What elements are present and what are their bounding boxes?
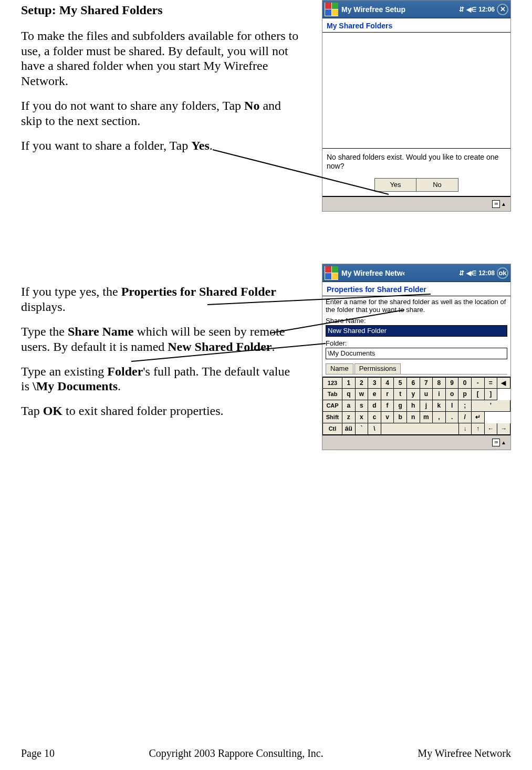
text: If you type yes, the bbox=[21, 285, 121, 298]
no-label: No bbox=[244, 99, 259, 112]
key[interactable]: j bbox=[420, 400, 433, 412]
key[interactable]: 7 bbox=[420, 377, 433, 389]
yes-share-para: If you want to share a folder, Tap Yes. bbox=[21, 138, 299, 153]
folder-path-para: Type an existing Folder's full path. The… bbox=[21, 364, 299, 394]
key[interactable]: u bbox=[420, 389, 433, 400]
up-arrow-icon[interactable]: ▲ bbox=[501, 440, 506, 445]
key[interactable]: z bbox=[342, 412, 356, 423]
key[interactable]: CAP bbox=[322, 400, 342, 412]
key[interactable]: e bbox=[368, 389, 381, 400]
key[interactable]: f bbox=[381, 400, 394, 412]
text: . bbox=[118, 379, 121, 393]
key[interactable]: [ bbox=[472, 389, 485, 400]
key[interactable]: h bbox=[407, 400, 420, 412]
key[interactable]: ↵ bbox=[472, 412, 485, 423]
key[interactable]: ` bbox=[356, 423, 369, 435]
key[interactable]: ] bbox=[485, 389, 498, 400]
key[interactable]: a bbox=[342, 400, 356, 412]
page-heading: Setup: My Shared Folders bbox=[21, 3, 299, 18]
key[interactable]: , bbox=[433, 412, 446, 423]
key[interactable]: 9 bbox=[446, 377, 459, 389]
key[interactable]: . bbox=[446, 412, 459, 423]
text: . bbox=[210, 139, 213, 152]
key[interactable]: y bbox=[407, 389, 420, 400]
key[interactable]: áü bbox=[342, 423, 356, 435]
key[interactable]: ◀ bbox=[497, 377, 510, 389]
key[interactable]: Ctl bbox=[322, 423, 342, 435]
no-button[interactable]: No bbox=[416, 178, 458, 192]
text: Type an existing bbox=[21, 365, 107, 378]
key[interactable]: ; bbox=[458, 400, 472, 412]
title-bar: My Wirefree Netw‹ ⇵ ◀∈ 12:08 ok bbox=[322, 264, 510, 282]
screenshot-properties: My Wirefree Netw‹ ⇵ ◀∈ 12:08 ok Properti… bbox=[322, 264, 511, 450]
key[interactable]: Tab bbox=[322, 389, 342, 400]
key[interactable]: q bbox=[342, 389, 356, 400]
intro-para: To make the files and subfolders availab… bbox=[21, 28, 299, 89]
key[interactable]: 8 bbox=[433, 377, 446, 389]
key[interactable]: v bbox=[381, 412, 394, 423]
ok-button[interactable]: ok bbox=[497, 267, 508, 279]
key[interactable]: g bbox=[394, 400, 407, 412]
key[interactable]: 6 bbox=[407, 377, 420, 389]
close-button[interactable]: ✕ bbox=[497, 4, 508, 15]
yes-button[interactable]: Yes bbox=[374, 178, 416, 192]
key[interactable]: Shift bbox=[322, 412, 342, 423]
key[interactable]: 2 bbox=[356, 377, 369, 389]
text: displays. bbox=[21, 300, 66, 314]
key[interactable]: 5 bbox=[394, 377, 407, 389]
key[interactable]: ↑ bbox=[472, 423, 485, 435]
key[interactable]: 4 bbox=[381, 377, 394, 389]
up-arrow-icon[interactable]: ▲ bbox=[501, 201, 506, 207]
key[interactable]: 0 bbox=[458, 377, 472, 389]
tab-name[interactable]: Name bbox=[326, 363, 353, 374]
ok-label: OK bbox=[43, 404, 62, 418]
key[interactable]: ← bbox=[485, 423, 498, 435]
key[interactable]: b bbox=[394, 412, 407, 423]
key[interactable]: s bbox=[356, 400, 369, 412]
text: If you want to share a folder, Tap bbox=[21, 139, 191, 152]
key[interactable]: w bbox=[356, 389, 369, 400]
sip-bar: ⌨▲ bbox=[322, 196, 510, 211]
footer-copyright: Copyright 2003 Rappore Consulting, Inc. bbox=[149, 747, 324, 759]
share-name-input[interactable] bbox=[326, 325, 507, 337]
keyboard-icon[interactable]: ⌨ bbox=[492, 200, 500, 208]
key[interactable]: l bbox=[446, 400, 459, 412]
default-share-name: New Shared Folder bbox=[168, 340, 272, 353]
properties-label: Properties for Shared Folder bbox=[121, 285, 276, 298]
key[interactable]: / bbox=[458, 412, 472, 423]
key[interactable]: → bbox=[497, 423, 510, 435]
key[interactable]: x bbox=[356, 412, 369, 423]
text: . bbox=[272, 340, 275, 353]
key[interactable]: c bbox=[368, 412, 381, 423]
key[interactable]: r bbox=[381, 389, 394, 400]
connectivity-icon: ⇵ bbox=[459, 6, 464, 13]
instruction-text: Enter a name for the shared folder as we… bbox=[326, 298, 507, 314]
key[interactable]: i bbox=[433, 389, 446, 400]
key[interactable]: n bbox=[407, 412, 420, 423]
onscreen-keyboard[interactable]: 1231234567890-=◀ Tabqwertyuiop[] CAPasdf… bbox=[322, 377, 510, 435]
key[interactable]: d bbox=[368, 400, 381, 412]
key[interactable]: ' bbox=[472, 400, 510, 412]
key[interactable]: 123 bbox=[322, 377, 342, 389]
key[interactable]: k bbox=[433, 400, 446, 412]
key[interactable]: o bbox=[446, 389, 459, 400]
folder-input[interactable] bbox=[326, 348, 507, 359]
footer-page: Page 10 bbox=[21, 747, 55, 759]
clock: 12:06 bbox=[478, 6, 495, 13]
key[interactable]: m bbox=[420, 412, 433, 423]
key[interactable]: p bbox=[458, 389, 472, 400]
key[interactable]: t bbox=[394, 389, 407, 400]
yes-label: Yes bbox=[191, 139, 210, 152]
key[interactable] bbox=[381, 423, 459, 435]
key[interactable]: - bbox=[472, 377, 485, 389]
keyboard-icon[interactable]: ⌨ bbox=[492, 439, 500, 446]
key[interactable]: 3 bbox=[368, 377, 381, 389]
tab-permissions[interactable]: Permissions bbox=[354, 363, 401, 374]
speaker-icon: ◀∈ bbox=[466, 6, 476, 13]
page-footer: Page 10 Copyright 2003 Rappore Consultin… bbox=[0, 747, 532, 759]
key[interactable]: = bbox=[485, 377, 498, 389]
key[interactable]: 1 bbox=[342, 377, 356, 389]
key[interactable]: ↓ bbox=[459, 423, 472, 435]
sip-bar: ⌨▲ bbox=[322, 435, 510, 450]
key[interactable]: \ bbox=[368, 423, 381, 435]
